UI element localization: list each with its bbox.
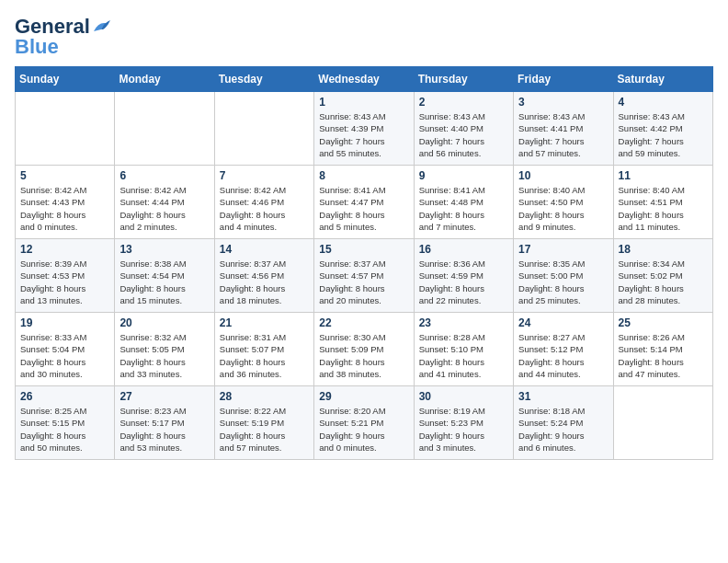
page-header: General Blue [15,15,713,59]
day-number: 31 [518,390,608,403]
day-info: Sunrise: 8:35 AM Sunset: 5:00 PM Dayligh… [518,258,608,306]
day-number: 7 [220,169,309,182]
weekday-header-thursday: Thursday [414,67,513,92]
calendar-cell: 28Sunrise: 8:22 AM Sunset: 5:19 PM Dayli… [214,386,313,460]
calendar-week-row: 12Sunrise: 8:39 AM Sunset: 4:53 PM Dayli… [16,239,713,313]
calendar-cell: 13Sunrise: 8:38 AM Sunset: 4:54 PM Dayli… [115,239,214,313]
calendar-cell: 5Sunrise: 8:42 AM Sunset: 4:43 PM Daylig… [16,166,115,239]
calendar-cell [115,92,214,166]
day-info: Sunrise: 8:19 AM Sunset: 5:23 PM Dayligh… [419,405,508,454]
day-info: Sunrise: 8:43 AM Sunset: 4:40 PM Dayligh… [419,110,508,159]
weekday-header-row: SundayMondayTuesdayWednesdayThursdayFrid… [16,67,713,92]
calendar-cell: 20Sunrise: 8:32 AM Sunset: 5:05 PM Dayli… [115,313,214,386]
calendar-cell: 3Sunrise: 8:43 AM Sunset: 4:41 PM Daylig… [514,92,613,166]
day-info: Sunrise: 8:41 AM Sunset: 4:48 PM Dayligh… [419,184,508,233]
day-info: Sunrise: 8:43 AM Sunset: 4:41 PM Dayligh… [518,110,608,159]
calendar-cell: 1Sunrise: 8:43 AM Sunset: 4:39 PM Daylig… [314,92,414,166]
calendar-cell: 9Sunrise: 8:41 AM Sunset: 4:48 PM Daylig… [414,166,513,239]
day-number: 24 [518,316,608,329]
calendar-cell [613,386,712,460]
day-number: 13 [119,243,209,256]
day-info: Sunrise: 8:18 AM Sunset: 5:24 PM Dayligh… [518,405,608,454]
day-info: Sunrise: 8:41 AM Sunset: 4:47 PM Dayligh… [319,184,408,233]
calendar-cell: 30Sunrise: 8:19 AM Sunset: 5:23 PM Dayli… [414,386,513,460]
calendar-cell: 25Sunrise: 8:26 AM Sunset: 5:14 PM Dayli… [613,313,712,386]
day-info: Sunrise: 8:33 AM Sunset: 5:04 PM Dayligh… [20,331,109,380]
calendar-cell: 26Sunrise: 8:25 AM Sunset: 5:15 PM Dayli… [16,386,115,460]
day-info: Sunrise: 8:43 AM Sunset: 4:42 PM Dayligh… [619,110,708,159]
calendar-cell: 16Sunrise: 8:36 AM Sunset: 4:59 PM Dayli… [414,239,513,313]
calendar-cell: 15Sunrise: 8:37 AM Sunset: 4:57 PM Dayli… [314,239,414,313]
calendar-week-row: 19Sunrise: 8:33 AM Sunset: 5:04 PM Dayli… [16,313,713,386]
calendar-week-row: 1Sunrise: 8:43 AM Sunset: 4:39 PM Daylig… [16,92,713,166]
weekday-header-sunday: Sunday [16,67,115,92]
calendar-cell: 2Sunrise: 8:43 AM Sunset: 4:40 PM Daylig… [414,92,513,166]
day-number: 2 [419,96,508,109]
day-info: Sunrise: 8:34 AM Sunset: 5:02 PM Dayligh… [619,258,708,306]
day-info: Sunrise: 8:43 AM Sunset: 4:39 PM Dayligh… [319,110,408,159]
calendar-cell: 24Sunrise: 8:27 AM Sunset: 5:12 PM Dayli… [514,313,613,386]
calendar-cell: 4Sunrise: 8:43 AM Sunset: 4:42 PM Daylig… [613,92,712,166]
day-number: 25 [619,316,708,329]
day-info: Sunrise: 8:40 AM Sunset: 4:50 PM Dayligh… [518,184,608,233]
calendar-cell: 17Sunrise: 8:35 AM Sunset: 5:00 PM Dayli… [514,239,613,313]
day-number: 21 [220,316,309,329]
day-number: 19 [20,316,109,329]
day-number: 1 [319,96,408,109]
calendar-cell: 11Sunrise: 8:40 AM Sunset: 4:51 PM Dayli… [613,166,712,239]
day-number: 29 [319,390,408,403]
day-info: Sunrise: 8:42 AM Sunset: 4:44 PM Dayligh… [119,184,209,233]
day-info: Sunrise: 8:42 AM Sunset: 4:46 PM Dayligh… [220,184,309,233]
day-number: 26 [20,390,109,403]
calendar-header: SundayMondayTuesdayWednesdayThursdayFrid… [16,67,713,92]
day-number: 18 [619,243,708,256]
day-number: 5 [20,169,109,182]
calendar-cell: 31Sunrise: 8:18 AM Sunset: 5:24 PM Dayli… [514,386,613,460]
day-number: 27 [119,390,209,403]
day-number: 16 [419,243,508,256]
day-number: 15 [319,243,408,256]
day-number: 3 [518,96,608,109]
calendar-cell: 22Sunrise: 8:30 AM Sunset: 5:09 PM Dayli… [314,313,414,386]
day-number: 11 [619,169,708,182]
calendar-cell: 8Sunrise: 8:41 AM Sunset: 4:47 PM Daylig… [314,166,414,239]
day-info: Sunrise: 8:37 AM Sunset: 4:57 PM Dayligh… [319,258,408,306]
day-number: 28 [220,390,309,403]
calendar-cell: 10Sunrise: 8:40 AM Sunset: 4:50 PM Dayli… [514,166,613,239]
calendar-week-row: 26Sunrise: 8:25 AM Sunset: 5:15 PM Dayli… [16,386,713,460]
day-info: Sunrise: 8:38 AM Sunset: 4:54 PM Dayligh… [119,258,209,306]
calendar-cell: 29Sunrise: 8:20 AM Sunset: 5:21 PM Dayli… [314,386,414,460]
day-number: 4 [619,96,708,109]
day-number: 22 [319,316,408,329]
day-number: 9 [419,169,508,182]
logo-blue: Blue [15,35,59,59]
logo: General Blue [15,15,112,59]
logo-bird-icon [92,18,112,35]
day-info: Sunrise: 8:42 AM Sunset: 4:43 PM Dayligh… [20,184,109,233]
day-info: Sunrise: 8:30 AM Sunset: 5:09 PM Dayligh… [319,331,408,380]
day-info: Sunrise: 8:26 AM Sunset: 5:14 PM Dayligh… [619,331,708,380]
day-number: 20 [119,316,209,329]
day-info: Sunrise: 8:39 AM Sunset: 4:53 PM Dayligh… [20,258,109,306]
day-info: Sunrise: 8:40 AM Sunset: 4:51 PM Dayligh… [619,184,708,233]
day-info: Sunrise: 8:27 AM Sunset: 5:12 PM Dayligh… [518,331,608,380]
calendar-cell: 14Sunrise: 8:37 AM Sunset: 4:56 PM Dayli… [214,239,313,313]
day-info: Sunrise: 8:28 AM Sunset: 5:10 PM Dayligh… [419,331,508,380]
calendar-week-row: 5Sunrise: 8:42 AM Sunset: 4:43 PM Daylig… [16,166,713,239]
calendar-table: SundayMondayTuesdayWednesdayThursdayFrid… [15,66,713,460]
day-number: 23 [419,316,508,329]
calendar-cell: 6Sunrise: 8:42 AM Sunset: 4:44 PM Daylig… [115,166,214,239]
calendar-cell [214,92,313,166]
day-number: 10 [518,169,608,182]
weekday-header-friday: Friday [514,67,613,92]
calendar-cell: 23Sunrise: 8:28 AM Sunset: 5:10 PM Dayli… [414,313,513,386]
calendar-cell: 12Sunrise: 8:39 AM Sunset: 4:53 PM Dayli… [16,239,115,313]
day-number: 17 [518,243,608,256]
calendar-body: 1Sunrise: 8:43 AM Sunset: 4:39 PM Daylig… [16,92,713,460]
day-info: Sunrise: 8:31 AM Sunset: 5:07 PM Dayligh… [220,331,309,380]
calendar-cell: 7Sunrise: 8:42 AM Sunset: 4:46 PM Daylig… [214,166,313,239]
calendar-cell: 27Sunrise: 8:23 AM Sunset: 5:17 PM Dayli… [115,386,214,460]
day-number: 6 [119,169,209,182]
calendar-cell: 21Sunrise: 8:31 AM Sunset: 5:07 PM Dayli… [214,313,313,386]
day-info: Sunrise: 8:22 AM Sunset: 5:19 PM Dayligh… [220,405,309,454]
